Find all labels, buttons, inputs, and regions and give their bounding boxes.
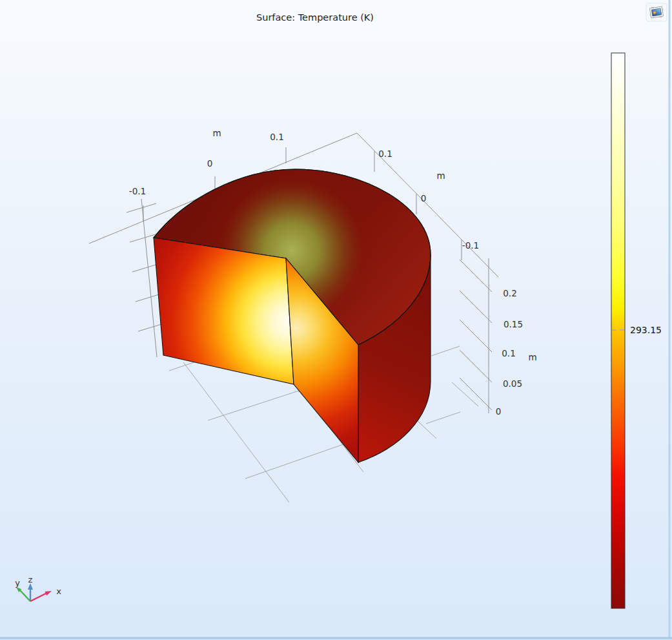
colorbar-gradient (611, 53, 625, 608)
x-axis-unit: m (212, 128, 221, 138)
y-tick-label: 0 (421, 193, 427, 203)
z-tick-label: 0.1 (502, 348, 515, 358)
y-tick-label: 0.1 (378, 149, 392, 159)
x-tick-label: 0.1 (270, 132, 283, 142)
triad-y-label: y (15, 578, 20, 588)
z-tick-label: 0.15 (504, 319, 523, 329)
y-axis-unit: m (436, 170, 445, 181)
triad-x-label: x (56, 586, 61, 596)
z-tick-label: 0 (496, 406, 502, 417)
plot-thumbnail-button[interactable] (646, 3, 667, 21)
z-tick-label: 0.05 (503, 378, 522, 389)
plot-thumbnail-icon (649, 6, 663, 18)
plot-title: Surface: Temperature (K) (256, 12, 374, 23)
y-tick-label: -0.1 (462, 240, 479, 251)
window-border-right (669, 0, 671, 640)
colorbar-tick-label: 293.15 (630, 325, 662, 335)
window-border-bottom (0, 637, 672, 639)
plot-canvas[interactable]: Surface: Temperature (K) (0, 0, 672, 640)
x-tick-label: -0.1 (129, 186, 146, 196)
z-tick-label: 0.2 (503, 288, 516, 298)
triad-z-label: z (28, 575, 33, 584)
graphics-window[interactable]: Surface: Temperature (K) (0, 0, 672, 640)
z-axis-unit: m (528, 352, 536, 362)
x-tick-label: 0 (207, 158, 213, 169)
